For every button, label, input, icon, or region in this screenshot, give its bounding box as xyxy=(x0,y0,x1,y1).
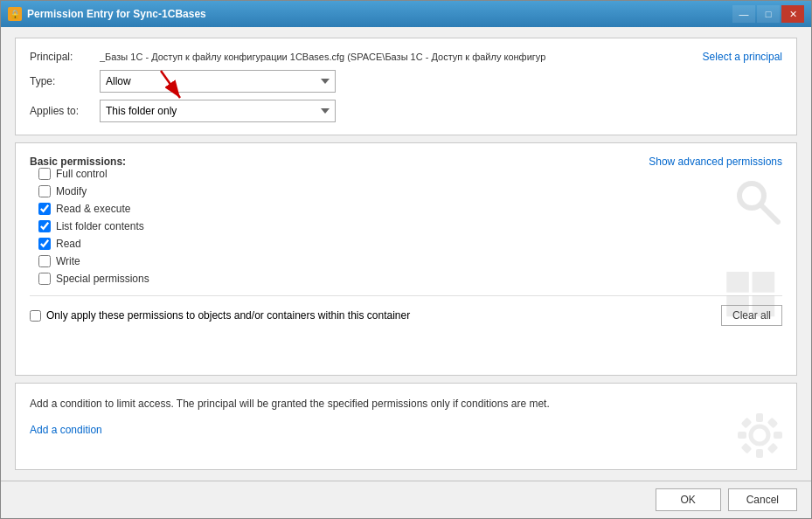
modify-checkbox[interactable] xyxy=(38,185,51,197)
svg-rect-10 xyxy=(756,449,763,458)
only-apply-checkbox[interactable] xyxy=(30,310,41,322)
write-label: Write xyxy=(56,255,80,267)
permission-list-folder: List folder contents xyxy=(38,220,782,232)
svg-rect-7 xyxy=(753,296,775,317)
permission-entry-window: 🔒 Permission Entry for Sync-1CBases — □ … xyxy=(0,0,812,519)
full-control-checkbox[interactable] xyxy=(38,168,51,180)
svg-rect-15 xyxy=(741,443,753,454)
basic-permissions-title: Basic permissions: xyxy=(30,156,126,168)
permission-read-execute: Read & execute xyxy=(38,203,782,215)
window-title: Permission Entry for Sync-1CBases xyxy=(27,8,206,20)
special-permissions-label: Special permissions xyxy=(56,273,149,285)
gear-icon-watermark xyxy=(736,412,784,462)
principal-row: Principal: _Базы 1С - Доступ к файлу кон… xyxy=(30,51,782,63)
close-button[interactable]: ✕ xyxy=(781,5,804,23)
svg-rect-5 xyxy=(753,272,775,293)
window-icon: 🔒 xyxy=(8,7,22,21)
middle-section: Basic permissions: Show advanced permiss… xyxy=(15,142,797,376)
special-permissions-checkbox[interactable] xyxy=(38,273,51,285)
main-content: Principal: _Базы 1С - Доступ к файлу кон… xyxy=(1,27,811,481)
search-icon-watermark xyxy=(734,178,782,229)
svg-rect-12 xyxy=(774,432,782,439)
select-principal-link[interactable]: Select a principal xyxy=(703,51,782,63)
ok-button[interactable]: OK xyxy=(656,488,721,511)
condition-description: Add a condition to limit access. The pri… xyxy=(30,396,782,412)
svg-rect-16 xyxy=(767,443,779,454)
modify-label: Modify xyxy=(56,185,87,197)
minimize-button[interactable]: — xyxy=(732,5,755,23)
list-folder-label: List folder contents xyxy=(56,220,144,232)
permission-write: Write xyxy=(38,255,782,267)
cancel-button[interactable]: Cancel xyxy=(728,488,797,511)
list-folder-checkbox[interactable] xyxy=(38,220,51,232)
type-row: Type: Allow Deny xyxy=(30,70,782,93)
principal-value: _Базы 1С - Доступ к файлу конфигурации 1… xyxy=(100,52,696,62)
only-apply-left: Only apply these permissions to objects … xyxy=(30,309,410,322)
permission-read: Read xyxy=(38,238,782,250)
read-execute-checkbox[interactable] xyxy=(38,203,51,215)
svg-rect-11 xyxy=(738,432,746,439)
svg-rect-13 xyxy=(741,418,753,429)
maximize-button[interactable]: □ xyxy=(757,5,780,23)
condition-section: Add a condition to limit access. The pri… xyxy=(15,383,797,470)
permission-full-control: Full control xyxy=(38,168,782,180)
type-select[interactable]: Allow Deny xyxy=(100,70,336,93)
applies-to-row: Applies to: This folder only This folder… xyxy=(30,100,782,122)
add-condition-link[interactable]: Add a condition xyxy=(30,424,102,436)
permissions-list: Full control Modify Read & execute List … xyxy=(38,168,782,285)
write-checkbox[interactable] xyxy=(38,255,51,267)
svg-rect-6 xyxy=(726,296,749,317)
top-section: Principal: _Базы 1С - Доступ к файлу кон… xyxy=(15,38,797,135)
applies-to-label: Applies to: xyxy=(30,105,100,117)
only-apply-row: Only apply these permissions to objects … xyxy=(30,295,782,326)
type-label: Type: xyxy=(30,75,100,87)
permission-modify: Modify xyxy=(38,185,782,197)
show-advanced-link[interactable]: Show advanced permissions xyxy=(649,156,782,168)
footer: OK Cancel xyxy=(1,481,811,518)
svg-rect-4 xyxy=(726,272,749,293)
only-apply-label: Only apply these permissions to objects … xyxy=(46,309,410,322)
permission-special: Special permissions xyxy=(38,273,782,285)
svg-rect-9 xyxy=(756,413,763,422)
full-control-label: Full control xyxy=(56,168,108,180)
principal-label: Principal: xyxy=(30,51,100,63)
svg-line-3 xyxy=(760,204,778,222)
read-checkbox[interactable] xyxy=(38,238,51,250)
windows-logo-watermark xyxy=(726,272,779,322)
svg-point-8 xyxy=(751,426,768,444)
read-execute-label: Read & execute xyxy=(56,203,130,215)
title-bar-left: 🔒 Permission Entry for Sync-1CBases xyxy=(8,7,206,21)
title-buttons: — □ ✕ xyxy=(732,5,804,23)
read-label: Read xyxy=(56,238,81,250)
svg-rect-14 xyxy=(767,418,779,429)
title-bar: 🔒 Permission Entry for Sync-1CBases — □ … xyxy=(1,1,811,27)
applies-to-select[interactable]: This folder only This folder, subfolders… xyxy=(100,100,336,122)
